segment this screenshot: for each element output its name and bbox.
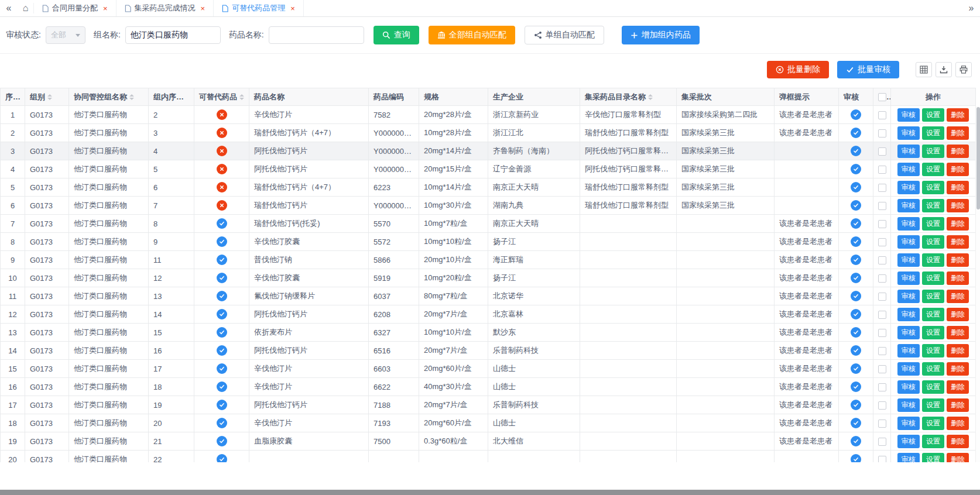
- row-setting-button[interactable]: 设置: [922, 290, 944, 303]
- row-audit-button[interactable]: 审核: [897, 398, 920, 412]
- row-setting-button[interactable]: 设置: [922, 253, 944, 267]
- row-delete-button[interactable]: 删除: [947, 453, 969, 463]
- group-name-input[interactable]: [125, 26, 221, 44]
- row-delete-button[interactable]: 删除: [947, 217, 969, 231]
- row-setting-button[interactable]: 设置: [922, 199, 944, 212]
- row-setting-button[interactable]: 设置: [922, 163, 944, 176]
- vertical-scrollbar[interactable]: [975, 106, 980, 462]
- row-checkbox[interactable]: [878, 111, 886, 119]
- row-checkbox[interactable]: [878, 383, 886, 391]
- row-audit-button[interactable]: 审核: [897, 235, 920, 249]
- row-checkbox[interactable]: [878, 365, 886, 373]
- column-settings-button[interactable]: [916, 62, 932, 77]
- batch-audit-button[interactable]: 批量审核: [837, 61, 899, 78]
- row-delete-button[interactable]: 删除: [947, 398, 969, 412]
- horizontal-scrollbar[interactable]: [0, 490, 980, 495]
- row-checkbox[interactable]: [878, 166, 886, 174]
- row-audit-button[interactable]: 审核: [897, 453, 920, 463]
- row-audit-button[interactable]: 审核: [897, 308, 920, 321]
- row-audit-button[interactable]: 审核: [897, 181, 920, 194]
- sort-icon[interactable]: [186, 94, 191, 100]
- close-icon[interactable]: ×: [201, 5, 205, 12]
- row-audit-button[interactable]: 审核: [897, 126, 920, 140]
- row-audit-button[interactable]: 审核: [897, 326, 920, 339]
- row-delete-button[interactable]: 删除: [947, 199, 969, 212]
- row-delete-button[interactable]: 删除: [947, 435, 969, 448]
- row-checkbox[interactable]: [878, 329, 886, 337]
- row-delete-button[interactable]: 删除: [947, 235, 969, 249]
- row-checkbox[interactable]: [878, 456, 886, 462]
- row-setting-button[interactable]: 设置: [922, 181, 944, 194]
- row-audit-button[interactable]: 审核: [897, 362, 920, 376]
- row-checkbox[interactable]: [878, 256, 886, 264]
- row-audit-button[interactable]: 审核: [897, 108, 920, 122]
- drug-name-input[interactable]: [269, 26, 364, 44]
- row-delete-button[interactable]: 删除: [947, 362, 969, 376]
- export-button[interactable]: [936, 62, 952, 77]
- row-delete-button[interactable]: 删除: [947, 417, 969, 430]
- row-audit-button[interactable]: 审核: [897, 217, 920, 231]
- sort-icon[interactable]: [129, 94, 134, 100]
- row-checkbox[interactable]: [878, 147, 886, 156]
- row-checkbox[interactable]: [878, 347, 886, 355]
- print-button[interactable]: [955, 62, 972, 77]
- row-setting-button[interactable]: 设置: [922, 362, 944, 376]
- row-setting-button[interactable]: 设置: [922, 235, 944, 249]
- row-audit-button[interactable]: 审核: [897, 417, 920, 430]
- add-group-drug-button[interactable]: 增加组内药品: [622, 26, 700, 44]
- row-delete-button[interactable]: 删除: [947, 290, 969, 303]
- tab-replaceable-drug-management[interactable]: 可替代药品管理 ×: [214, 0, 304, 16]
- row-delete-button[interactable]: 删除: [947, 163, 969, 176]
- row-delete-button[interactable]: 删除: [947, 253, 969, 267]
- row-checkbox[interactable]: [878, 238, 886, 246]
- home-icon[interactable]: ⌂: [18, 3, 34, 13]
- row-delete-button[interactable]: 删除: [947, 380, 969, 394]
- row-audit-button[interactable]: 审核: [897, 163, 920, 176]
- row-audit-button[interactable]: 审核: [897, 271, 920, 285]
- row-delete-button[interactable]: 删除: [947, 126, 969, 140]
- row-checkbox[interactable]: [878, 184, 886, 192]
- row-setting-button[interactable]: 设置: [922, 380, 944, 394]
- row-audit-button[interactable]: 审核: [897, 253, 920, 267]
- row-setting-button[interactable]: 设置: [922, 145, 944, 158]
- row-checkbox[interactable]: [878, 202, 886, 210]
- row-audit-button[interactable]: 审核: [897, 435, 920, 448]
- row-setting-button[interactable]: 设置: [922, 271, 944, 285]
- row-checkbox[interactable]: [878, 293, 886, 301]
- row-delete-button[interactable]: 删除: [947, 271, 969, 285]
- row-delete-button[interactable]: 删除: [947, 308, 969, 321]
- batch-delete-button[interactable]: 批量删除: [767, 61, 829, 78]
- row-checkbox[interactable]: [878, 274, 886, 283]
- tabs-scroll-left-icon[interactable]: «: [0, 3, 18, 13]
- close-icon[interactable]: ×: [103, 5, 108, 12]
- auto-match-all-button[interactable]: 全部组自动匹配: [429, 26, 515, 44]
- row-delete-button[interactable]: 删除: [947, 344, 969, 358]
- tab-procurement-completion[interactable]: 集采药品完成情况 ×: [116, 0, 214, 16]
- sort-icon[interactable]: [648, 94, 653, 100]
- row-setting-button[interactable]: 设置: [922, 417, 944, 430]
- row-audit-button[interactable]: 审核: [897, 380, 920, 394]
- row-audit-button[interactable]: 审核: [897, 199, 920, 212]
- row-checkbox[interactable]: [878, 438, 886, 446]
- audit-status-select[interactable]: 全部: [46, 26, 85, 44]
- sort-icon[interactable]: [239, 94, 244, 100]
- row-setting-button[interactable]: 设置: [922, 108, 944, 122]
- row-audit-button[interactable]: 审核: [897, 344, 920, 358]
- row-setting-button[interactable]: 设置: [922, 435, 944, 448]
- tabs-scroll-right-icon[interactable]: »: [962, 3, 980, 13]
- row-audit-button[interactable]: 审核: [897, 145, 920, 158]
- row-setting-button[interactable]: 设置: [922, 126, 944, 140]
- row-delete-button[interactable]: 删除: [947, 181, 969, 194]
- row-setting-button[interactable]: 设置: [922, 217, 944, 231]
- row-checkbox[interactable]: [878, 129, 886, 138]
- row-checkbox[interactable]: [878, 420, 886, 428]
- select-all-checkbox[interactable]: [878, 93, 886, 101]
- sort-icon[interactable]: [47, 94, 52, 100]
- row-checkbox[interactable]: [878, 311, 886, 319]
- row-setting-button[interactable]: 设置: [922, 326, 944, 339]
- row-delete-button[interactable]: 删除: [947, 145, 969, 158]
- row-setting-button[interactable]: 设置: [922, 308, 944, 321]
- vertical-scrollbar-thumb[interactable]: [976, 107, 980, 209]
- row-checkbox[interactable]: [878, 401, 886, 410]
- row-checkbox[interactable]: [878, 220, 886, 228]
